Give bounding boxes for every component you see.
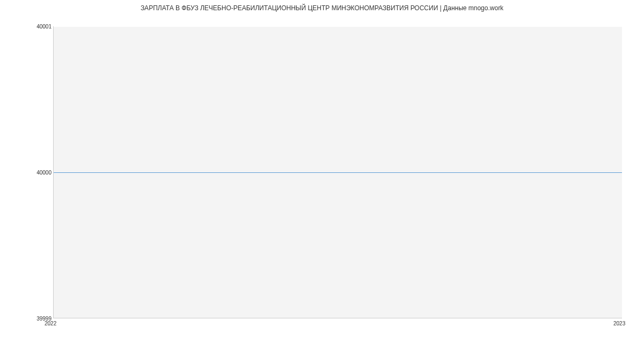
y-tick-mid: 40000 <box>36 170 52 176</box>
x-tick-right: 2023 <box>613 321 625 326</box>
chart-container: ЗАРПЛАТА В ФБУЗ ЛЕЧЕБНО-РЕАБИЛИТАЦИОННЫЙ… <box>0 0 644 349</box>
chart-title: ЗАРПЛАТА В ФБУЗ ЛЕЧЕБНО-РЕАБИЛИТАЦИОННЫЙ… <box>0 4 644 12</box>
x-tick-left: 2022 <box>45 321 56 326</box>
y-tick-top: 40001 <box>36 24 52 30</box>
data-line <box>54 172 622 173</box>
plot-area <box>53 26 622 318</box>
gridline-top <box>54 26 622 27</box>
